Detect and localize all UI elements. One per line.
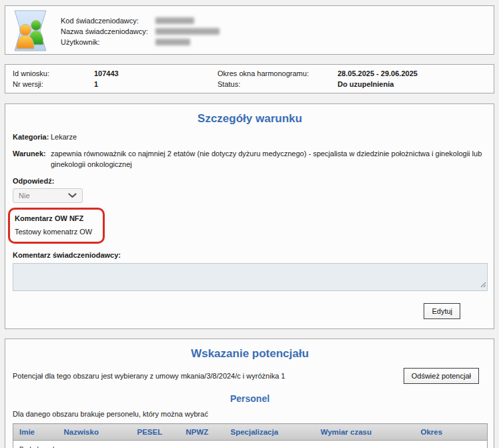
provider-header-panel: Kod świadczeniodawcy: Nazwa świadczeniod… xyxy=(5,5,494,55)
ow-comment-label: Komentarz OW NFZ xyxy=(15,214,92,222)
col-header-imie: Imie xyxy=(13,424,58,441)
condition-details-panel: Szczegóły warunku Kategoria: Lekarze War… xyxy=(5,103,494,329)
ow-comment-value: Testowy komenatrz OW xyxy=(15,228,92,236)
potential-info-text: Potencjał dla tego obszaru jest wybieran… xyxy=(13,372,292,380)
col-header-specjalizacja: Specjalizacja xyxy=(225,424,315,441)
condition-value: zapewnia równoważnik co najmniej 2 etató… xyxy=(51,148,487,170)
table-row: Brak danych xyxy=(13,441,488,448)
users-icon xyxy=(11,10,49,51)
condition-details-title: Szczegóły warunku xyxy=(13,112,487,126)
col-header-okres: Okres xyxy=(415,424,488,441)
version-value: 1 xyxy=(94,80,98,88)
answer-label: Odpowiedź: xyxy=(13,177,487,185)
schedule-period-label: Okres okna harmonogramu: xyxy=(217,69,309,77)
col-header-wymiar-czasu: Wymiar czasu xyxy=(315,424,415,441)
personnel-title: Personel xyxy=(13,393,487,404)
edit-button[interactable]: Edytuj xyxy=(424,303,460,319)
col-header-nazwisko: Nazwisko xyxy=(58,424,131,441)
category-value: Lekarze xyxy=(51,132,487,142)
user-value-redacted xyxy=(155,39,190,45)
provider-name-value-redacted xyxy=(155,28,219,35)
request-id-label: Id wniosku: xyxy=(13,69,49,77)
ow-comment-highlight: Komentarz OW NFZ Testowy komenatrz OW xyxy=(8,208,105,244)
chevron-down-icon xyxy=(68,192,77,200)
provider-code-value-redacted xyxy=(155,17,194,24)
version-label: Nr wersji: xyxy=(13,80,43,88)
resize-grip-icon xyxy=(480,281,486,289)
provider-comment-textarea[interactable] xyxy=(13,263,488,291)
col-header-npwz: NPWZ xyxy=(180,424,225,441)
status-value: Do uzupelnienia xyxy=(338,80,394,88)
empty-table-message: Brak danych xyxy=(13,441,488,448)
potential-panel: Wskazanie potencjału Potencjał dla tego … xyxy=(5,339,494,448)
provider-info: Kod świadczeniodawcy: Nazwa świadczeniod… xyxy=(61,15,219,47)
category-label: Kategoria: xyxy=(13,132,51,142)
col-header-pesel: PESEL xyxy=(131,424,180,441)
provider-name-label: Nazwa świadczeniodawcy: xyxy=(61,27,155,35)
status-label: Status: xyxy=(217,80,240,88)
answer-selected-value: Nie xyxy=(19,192,30,200)
personnel-info-text: Dla danego obszaru brakuje personelu, kt… xyxy=(13,410,487,418)
request-id-value: 107443 xyxy=(94,69,119,77)
answer-select[interactable]: Nie xyxy=(13,188,83,203)
condition-label: Warunek: xyxy=(13,148,51,170)
refresh-potential-button[interactable]: Odśwież potencjał xyxy=(404,368,479,384)
request-info-panel: Id wniosku: 107443 Nr wersji: 1 Okres ok… xyxy=(5,64,494,93)
personnel-table: Imie Nazwisko PESEL NPWZ Specjalizacja W… xyxy=(13,423,488,448)
provider-comment-label: Komentarz świadczeniodawcy: xyxy=(13,251,487,259)
user-label: Użytkownik: xyxy=(61,38,155,46)
provider-code-label: Kod świadczeniodawcy: xyxy=(61,17,155,25)
potential-title: Wskazanie potencjału xyxy=(13,347,487,361)
schedule-period-value: 28.05.2025 - 29.06.2025 xyxy=(338,69,418,77)
personnel-table-header-row: Imie Nazwisko PESEL NPWZ Specjalizacja W… xyxy=(13,424,488,441)
